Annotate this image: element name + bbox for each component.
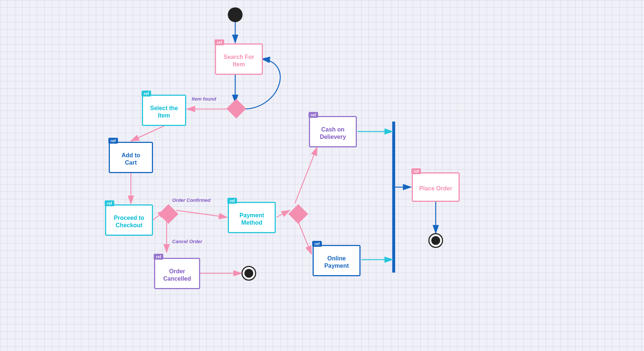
- online-payment-label: Online Payment: [319, 255, 354, 269]
- cash-delivery-node: ref Cash on Delievery: [309, 116, 357, 147]
- svg-line-13: [276, 210, 290, 217]
- place-order-label: Place Order: [418, 185, 453, 192]
- cash-delivery-ref-tag: ref: [309, 112, 318, 118]
- payment-method-ref-tag: ref: [227, 198, 237, 204]
- select-item-node: ref Select the Item: [142, 95, 186, 126]
- online-payment-node: ref Online Payment: [313, 245, 361, 276]
- add-to-cart-label: Add to Cart: [115, 152, 147, 166]
- payment-decision-diamond: [288, 204, 308, 224]
- start-node: [228, 7, 243, 22]
- add-cart-ref-tag: ref: [108, 138, 118, 144]
- proceed-ref-tag: ref: [105, 200, 114, 206]
- order-cancelled-label: Order Cancelled: [160, 268, 194, 282]
- place-order-node: ref Place Order: [412, 172, 460, 202]
- proceed-checkout-node: ref Proceed to Checkout: [105, 204, 153, 236]
- online-payment-ref-tag: ref: [312, 241, 322, 247]
- payment-method-label: Payment Method: [234, 212, 269, 226]
- search-ref-tag: ref: [215, 39, 224, 45]
- order-cancelled-ref-tag: ref: [154, 254, 163, 260]
- payment-method-node: ref Payment Method: [228, 202, 276, 233]
- end-node-1: [241, 266, 256, 281]
- cancel-order-label: Cancel Order: [172, 239, 202, 244]
- add-to-cart-node: ref Add to Cart: [109, 142, 153, 173]
- checkout-decision-diamond: [159, 204, 178, 224]
- end-inner-2: [431, 236, 440, 245]
- order-cancelled-node: ref Order Cancelled: [154, 258, 200, 289]
- end-node-2: [428, 233, 443, 248]
- cash-delivery-label: Cash on Delievery: [315, 126, 351, 140]
- select-ref-tag: ref: [142, 91, 151, 96]
- svg-line-12: [176, 210, 227, 217]
- order-confirmed-label: Order Confirmed: [172, 197, 210, 203]
- item-found-label: Item found: [192, 96, 216, 102]
- select-item-label: Select the Item: [148, 105, 180, 119]
- place-order-ref-tag: ref: [411, 168, 421, 174]
- svg-line-7: [131, 126, 164, 141]
- svg-line-14: [295, 147, 317, 203]
- proceed-checkout-label: Proceed to Checkout: [111, 214, 147, 228]
- search-for-item-node: ref Search For Item: [215, 43, 263, 75]
- item-found-diamond: [226, 99, 246, 119]
- search-for-item-label: Search For Item: [221, 53, 257, 67]
- end-inner-1: [244, 269, 253, 278]
